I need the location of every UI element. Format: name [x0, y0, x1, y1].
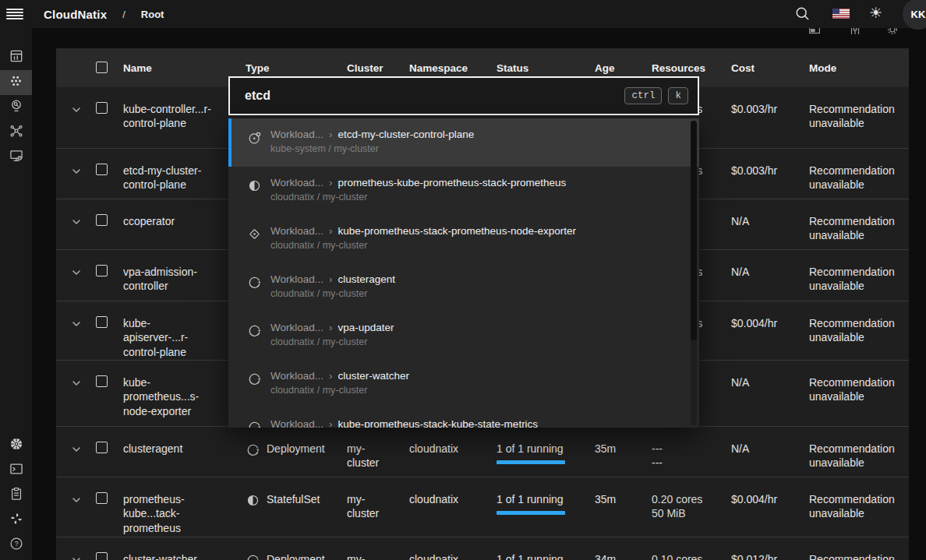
column-header-name[interactable]: Name — [123, 62, 246, 74]
column-header-type[interactable]: Type — [246, 62, 347, 74]
sidebar-item-console[interactable] — [0, 458, 32, 483]
breadcrumb-chevron: › — [329, 225, 333, 237]
sidebar-item-dashboard[interactable] — [0, 45, 32, 70]
table-row[interactable]: prometheus- kube...tack- prometheusState… — [56, 477, 909, 537]
column-header-cluster[interactable]: Cluster — [347, 62, 409, 74]
result-name: kube-prometheus-stack-prometheus-node-ex… — [338, 225, 576, 237]
search-result-item[interactable]: Workload...›clusteragentcloudnatix / my-… — [228, 263, 699, 312]
dropdown-scrollbar-thumb[interactable] — [691, 121, 697, 340]
search-result-item[interactable]: Workload...›vpa-updatercloudnatix / my-c… — [228, 312, 699, 360]
mode-cell: Recommendation unavailable — [809, 149, 909, 199]
sidebar-item-nodes[interactable] — [0, 145, 32, 170]
sidebar: ? — [0, 28, 32, 560]
workload-name[interactable]: vpa-admission- controller — [123, 250, 246, 301]
result-context: cloudnatix / my-cluster — [270, 240, 576, 251]
sidebar-item-help[interactable]: ? — [0, 533, 32, 558]
pod-icon — [247, 130, 264, 167]
search-results-dropdown: Workload...›etcd-my-cluster-control-plan… — [228, 118, 699, 428]
search-result-item[interactable]: Workload...›etcd-my-cluster-control-plan… — [228, 118, 699, 167]
column-header-resources[interactable]: Resources — [652, 62, 731, 74]
cost-cell: N/A — [731, 250, 809, 301]
workload-name[interactable]: ccoperator — [123, 199, 246, 249]
result-category: Workload... — [270, 225, 323, 237]
row-expand-chevron-icon[interactable] — [70, 269, 83, 281]
search-input[interactable]: etcd — [245, 89, 618, 103]
status-cell: 1 of 1 running — [497, 477, 595, 537]
mode-cell: Recommendation unavailable — [809, 477, 909, 537]
result-category: Workload... — [270, 129, 323, 140]
table-row[interactable]: cluster-watcherDeploymentmy- clusterclou… — [56, 537, 909, 560]
workload-name[interactable]: kube-controller...r- control-plane — [123, 87, 246, 148]
row-expand-chevron-icon[interactable] — [70, 106, 83, 118]
row-expand-chevron-icon[interactable] — [70, 556, 83, 560]
age-cell: 34m — [595, 537, 652, 560]
row-expand-chevron-icon[interactable] — [70, 496, 83, 509]
row-expand-chevron-icon[interactable] — [70, 379, 83, 392]
workload-name[interactable]: clusteragent — [123, 427, 246, 477]
breadcrumb[interactable]: Root — [141, 9, 164, 20]
sidebar-item-flux[interactable] — [0, 508, 32, 533]
namespace-cell: cloudnatix — [409, 477, 497, 537]
row-checkbox[interactable] — [96, 102, 108, 114]
svg-text:?: ? — [14, 540, 18, 548]
row-expand-chevron-icon[interactable] — [70, 320, 83, 333]
row-expand-chevron-icon[interactable] — [70, 218, 83, 231]
sidebar-item-reports[interactable] — [0, 483, 32, 508]
cluster-cell: my- cluster — [347, 427, 409, 477]
search-result-item[interactable]: Workload...›kube-prometheus-stack-kube-s… — [228, 408, 699, 428]
search-result-item[interactable]: Workload...›cluster-watchercloudnatix / … — [228, 360, 699, 408]
workload-name[interactable]: kube- apiserver-...r- control-plane — [123, 301, 246, 360]
row-checkbox[interactable] — [96, 492, 108, 504]
workload-name[interactable]: prometheus- kube...tack- prometheus — [123, 477, 246, 537]
status-text: 1 of 1 running — [497, 442, 584, 456]
breadcrumb-chevron: › — [329, 370, 333, 382]
mode-cell: Recommendation unavailable — [809, 199, 909, 249]
locale-flag-icon[interactable] — [832, 9, 850, 19]
column-header-mode[interactable]: Mode — [809, 62, 909, 74]
row-checkbox[interactable] — [96, 164, 108, 175]
sidebar-item-topology[interactable] — [0, 120, 32, 145]
search-result-item[interactable]: Workload...›prometheus-kube-prometheus-s… — [228, 167, 699, 215]
mode-cell: Recommendation unavailable — [809, 427, 909, 477]
row-checkbox[interactable] — [96, 265, 108, 276]
top-bar: CloudNatix / Root ☀ KK — [0, 0, 926, 28]
help-icon: ? — [9, 536, 24, 555]
select-all-checkbox[interactable] — [96, 62, 108, 73]
column-header-status[interactable]: Status — [497, 62, 595, 74]
result-category: Workload... — [270, 177, 323, 188]
sidebar-item-workloads[interactable] — [0, 70, 32, 95]
row-checkbox[interactable] — [96, 316, 108, 328]
column-header-cost[interactable]: Cost — [731, 62, 809, 74]
sidebar-item-insights[interactable] — [0, 95, 32, 120]
table-row[interactable]: clusteragentDeploymentmy- clustercloudna… — [56, 426, 909, 477]
network-nodes-icon — [9, 123, 24, 142]
sidebar-item-kubernetes[interactable] — [0, 433, 32, 458]
breadcrumb-separator: / — [122, 9, 125, 20]
shortcut-key-ctrl: ctrl — [624, 87, 662, 104]
cost-cell: $0.004/hr — [731, 477, 809, 537]
workload-name[interactable]: kube- prometheus...s- node-exporter — [123, 361, 246, 426]
result-name: clusteragent — [338, 273, 396, 285]
row-checkbox[interactable] — [96, 442, 108, 453]
column-header-age[interactable]: Age — [595, 62, 652, 74]
pinwheel-icon — [9, 511, 24, 530]
row-checkbox[interactable] — [96, 552, 108, 560]
brand-logo[interactable]: CloudNatix — [44, 8, 107, 21]
column-header-namespace[interactable]: Namespace — [409, 62, 497, 74]
row-checkbox[interactable] — [96, 375, 108, 387]
search-result-item[interactable]: Workload...›kube-prometheus-stack-promet… — [228, 215, 699, 263]
kubernetes-helm-icon — [9, 436, 24, 455]
workload-name[interactable]: cluster-watcher — [123, 537, 246, 560]
row-checkbox[interactable] — [96, 214, 108, 226]
workload-name[interactable]: etcd-my-cluster- control-plane — [123, 149, 246, 199]
age-cell: 35m — [595, 427, 652, 477]
deployment-icon — [246, 553, 260, 560]
hamburger-menu-icon[interactable] — [6, 9, 23, 19]
workload-type: Deployment — [246, 427, 347, 477]
search-icon[interactable] — [794, 5, 811, 25]
row-expand-chevron-icon[interactable] — [70, 167, 83, 180]
theme-toggle-sun-icon[interactable]: ☀ — [869, 4, 882, 22]
cost-cell: N/A — [731, 427, 809, 477]
avatar[interactable]: KK — [903, 0, 926, 30]
row-expand-chevron-icon[interactable] — [70, 446, 83, 458]
